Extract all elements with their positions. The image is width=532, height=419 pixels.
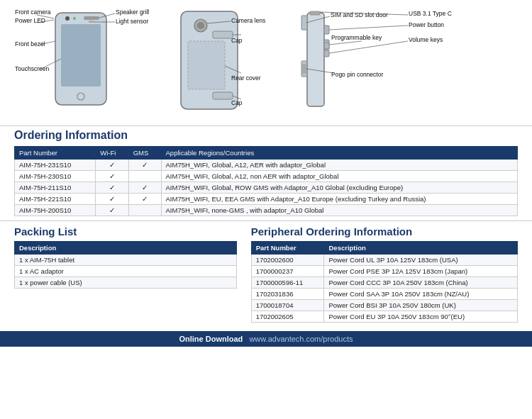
ordering-section: Ordering Information Part Number Wi-Fi G… (0, 125, 532, 220)
svg-rect-5 (89, 21, 94, 23)
ordering-cell-gms: ✓ (128, 160, 161, 171)
peripheral-cell-desc: Power Cord CCC 3P 10A 250V 183cm (China) (324, 277, 518, 289)
svg-rect-38 (324, 50, 329, 57)
back-view-diagram: Camera lens Cap Rear cover Cap (160, 6, 291, 123)
peripheral-cell-desc: Power Cord SAA 3P 10A 250V 183cm (NZ/AU) (324, 289, 518, 300)
table-row: AIM-75H-231S10✓✓AIM75H_WIFI, Global, A12… (15, 160, 518, 171)
list-item: 1 x AIM-75H tablet (15, 255, 237, 266)
ordering-cell-gms: ✓ (128, 194, 161, 205)
ordering-cell-wifi: ✓ (96, 171, 128, 182)
packing-cell-desc: 1 x power cable (US) (15, 277, 237, 289)
svg-rect-22 (213, 31, 233, 38)
list-item: 1700000596-11Power Cord CCC 3P 10A 250V … (251, 277, 517, 289)
peripheral-table: Part Number Description 1702002600Power … (251, 241, 518, 323)
svg-text:Volume keys: Volume keys (409, 36, 443, 43)
peripheral-cell-desc: Power Cord UL 3P 10A 125V 183cm (USA) (324, 255, 518, 266)
peripheral-cell-part: 1702002600 (251, 255, 324, 266)
packing-list-section: Packing List Description 1 x AIM-75H tab… (14, 225, 237, 323)
peripheral-cell-part: 1700018704 (251, 300, 324, 311)
ordering-cell-wifi: ✓ (96, 205, 128, 216)
svg-point-21 (197, 22, 204, 29)
svg-rect-19 (181, 11, 238, 109)
packing-table: Description 1 x AIM-75H tablet1 x AC ada… (14, 241, 237, 289)
svg-point-3 (73, 17, 76, 20)
ordering-cell-gms (128, 171, 161, 182)
packing-cell-desc: 1 x AC adaptor (15, 266, 237, 277)
svg-line-11 (99, 13, 115, 18)
svg-rect-36 (324, 26, 329, 34)
svg-line-15 (40, 41, 55, 45)
svg-line-48 (329, 26, 408, 30)
svg-text:Rear cover: Rear cover (231, 74, 261, 82)
svg-point-2 (65, 16, 70, 21)
ordering-cell-part: AIM-75H-200S10 (15, 205, 96, 216)
ordering-cell-region: AIM75H_WIFI, EU, EEA GMS with Adaptor_A1… (161, 194, 517, 205)
svg-rect-34 (301, 16, 307, 30)
list-item: 1702031836Power Cord SAA 3P 10A 250V 183… (251, 289, 517, 300)
svg-text:Camera lens: Camera lens (231, 17, 265, 24)
ordering-cell-gms (128, 205, 161, 216)
ordering-cell-region: AIM75H_WIFI, Global, A12, non AER with a… (161, 171, 517, 182)
peripheral-cell-desc: Power Cord EU 3P 10A 250V 183cm 90°(EU) (324, 311, 518, 323)
peripheral-header-desc: Description (324, 242, 518, 255)
ordering-cell-region: AIM75H_WIFI, Global, A12, AER with adapt… (161, 160, 517, 171)
svg-text:Power LED: Power LED (15, 17, 45, 24)
ordering-cell-wifi: ✓ (96, 182, 128, 194)
ordering-header-wifi: Wi-Fi (96, 147, 128, 160)
svg-text:Speaker grill: Speaker grill (116, 9, 149, 16)
svg-rect-1 (61, 24, 101, 86)
svg-line-17 (40, 59, 61, 69)
list-item: 1 x AC adaptor (15, 266, 237, 277)
footer: Online Download www.advantech.com/produc… (0, 331, 532, 347)
svg-rect-33 (307, 13, 324, 106)
table-row: AIM-75H-230S10✓AIM75H_WIFI, Global, A12,… (15, 171, 518, 182)
ordering-title: Ordering Information (14, 129, 518, 142)
svg-line-50 (329, 41, 362, 45)
svg-rect-40 (301, 61, 307, 77)
peripheral-title: Peripheral Ordering Information (251, 225, 518, 238)
peripheral-section: Peripheral Ordering Information Part Num… (251, 225, 518, 323)
ordering-cell-gms: ✓ (128, 182, 161, 194)
svg-text:Front bezel: Front bezel (15, 40, 45, 48)
peripheral-cell-part: 1702031836 (251, 289, 324, 300)
svg-rect-4 (84, 16, 99, 20)
svg-point-20 (194, 19, 207, 32)
peripheral-header-part: Part Number (251, 242, 324, 255)
peripheral-cell-part: 1700000237 (251, 266, 324, 277)
svg-text:Cap: Cap (231, 37, 243, 44)
packing-header-desc: Description (15, 242, 237, 255)
packing-cell-desc: 1 x AIM-75H tablet (15, 255, 237, 266)
list-item: 1700000237Power Cord PSE 3P 12A 125V 183… (251, 266, 517, 277)
ordering-header-part: Part Number (15, 147, 96, 160)
svg-rect-37 (324, 43, 329, 49)
ordering-cell-wifi: ✓ (96, 160, 128, 171)
ordering-header-region: Applicable Regions/Countries (161, 147, 517, 160)
svg-rect-24 (213, 92, 233, 99)
peripheral-cell-part: 1702002605 (251, 311, 324, 323)
side-view-diagram: SIM and SD slot door USB 3.1 Type C Powe… (294, 6, 458, 123)
svg-line-29 (225, 66, 241, 73)
ordering-cell-part: AIM-75H-221S10 (15, 194, 96, 205)
svg-line-25 (207, 21, 231, 23)
table-row: AIM-75H-200S10✓AIM75H_WIFI, none-GMS , w… (15, 205, 518, 216)
ordering-cell-part: AIM-75H-211S10 (15, 182, 96, 194)
peripheral-cell-desc: Power Cord PSE 3P 12A 125V 183cm (Japan) (324, 266, 518, 277)
svg-line-9 (37, 20, 54, 23)
diagram-section: Front camera Power LED Speaker grill Lig… (0, 0, 532, 125)
list-item: 1702002600Power Cord UL 3P 10A 125V 183c… (251, 255, 517, 266)
front-view-diagram: Front camera Power LED Speaker grill Lig… (14, 6, 156, 123)
svg-point-6 (77, 93, 84, 100)
svg-text:Light sensor: Light sensor (116, 18, 148, 25)
peripheral-cell-part: 1700000596-11 (251, 277, 324, 289)
svg-line-52 (329, 41, 408, 53)
svg-text:Cap: Cap (231, 99, 243, 106)
svg-line-44 (306, 16, 330, 23)
svg-rect-39 (310, 11, 320, 15)
svg-text:USB 3.1 Type C: USB 3.1 Type C (409, 10, 452, 17)
svg-text:Front camera: Front camera (15, 9, 51, 16)
svg-text:Touchscreen: Touchscreen (15, 65, 49, 72)
peripheral-cell-desc: Power Cord BSI 3P 10A 250V 180cm (UK) (324, 300, 518, 311)
svg-line-54 (306, 69, 333, 73)
svg-text:Pogo pin connector: Pogo pin connector (331, 71, 383, 78)
svg-text:SIM and SD slot door: SIM and SD slot door (331, 11, 388, 18)
